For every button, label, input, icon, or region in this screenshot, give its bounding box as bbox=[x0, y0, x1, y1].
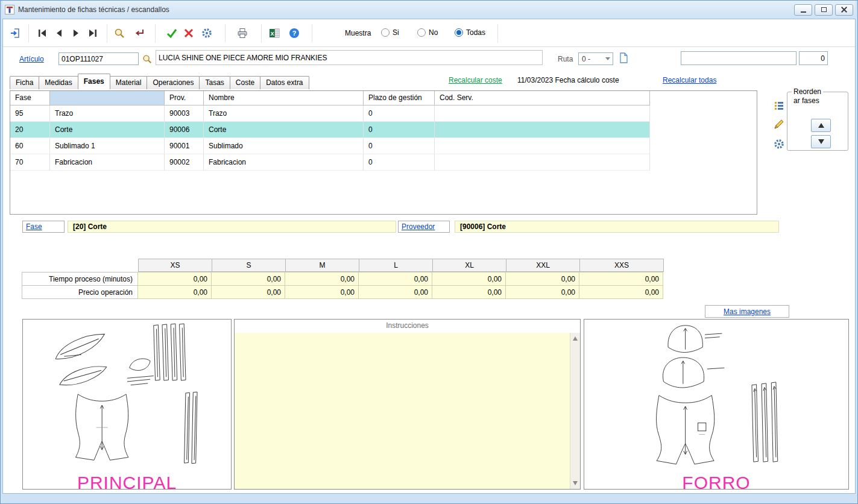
fase-tools-button[interactable] bbox=[772, 137, 786, 151]
cell-desc: Corte bbox=[50, 122, 165, 138]
ruta-select[interactable]: 0 - bbox=[578, 52, 613, 65]
app-icon bbox=[5, 5, 14, 14]
move-fase-up-button[interactable] bbox=[811, 119, 831, 132]
close-button[interactable] bbox=[835, 4, 853, 16]
column-header[interactable]: Fase bbox=[10, 91, 50, 106]
tab-coste[interactable]: Coste bbox=[230, 76, 260, 89]
fases-table-row[interactable]: 60 Sublimado 1 90001 Sublimado 0 bbox=[10, 138, 757, 154]
mas-imagenes-link[interactable]: Mas imagenes bbox=[724, 307, 771, 316]
column-header[interactable]: Prov. bbox=[165, 91, 204, 106]
size-value-cell[interactable]: 0,00 bbox=[432, 272, 506, 286]
proveedor-link[interactable]: Proveedor bbox=[402, 222, 435, 231]
fases-table-row[interactable]: 20 Corte 90006 Corte 0 bbox=[10, 122, 757, 138]
size-value-cell[interactable]: 0,00 bbox=[505, 285, 579, 299]
new-document-button[interactable] bbox=[617, 51, 630, 65]
maximize-button[interactable] bbox=[815, 4, 833, 16]
top-right-input[interactable] bbox=[681, 51, 796, 65]
size-header: M bbox=[285, 259, 359, 272]
tab-material[interactable]: Material bbox=[110, 76, 148, 89]
column-header[interactable]: Nombre bbox=[204, 91, 364, 106]
help-icon: ? bbox=[288, 27, 300, 39]
tab-ficha[interactable]: Ficha bbox=[10, 76, 39, 89]
move-fase-down-button[interactable] bbox=[811, 135, 831, 148]
cancel-button[interactable] bbox=[181, 25, 197, 41]
scroll-up-icon[interactable] bbox=[573, 336, 578, 341]
previous-record-icon bbox=[53, 27, 65, 39]
column-header[interactable]: Plazo de gestión bbox=[364, 91, 435, 106]
chevron-down-icon bbox=[605, 57, 610, 60]
instrucciones-textarea[interactable] bbox=[235, 333, 580, 489]
size-value-cell[interactable]: 0,00 bbox=[137, 285, 212, 299]
fases-table-row[interactable]: 70 Fabricacion 90002 Fabricacion 0 bbox=[10, 154, 757, 171]
fase-label-box[interactable]: Fase bbox=[22, 221, 65, 233]
size-value-cell[interactable]: 0,00 bbox=[505, 272, 579, 286]
tab-tasas[interactable]: Tasas bbox=[199, 76, 230, 89]
cell-prov: 90002 bbox=[165, 154, 204, 171]
counter-input[interactable] bbox=[799, 51, 828, 65]
gear-icon bbox=[773, 138, 785, 150]
next-record-button[interactable] bbox=[68, 25, 84, 41]
articulo-name-field[interactable] bbox=[156, 50, 543, 65]
fase-link[interactable]: Fase bbox=[26, 222, 42, 231]
scroll-down-icon[interactable] bbox=[573, 481, 578, 485]
excel-export-button[interactable]: X bbox=[267, 25, 282, 41]
cell-prov: 90001 bbox=[165, 138, 204, 154]
fases-table-header: Fase Prov. Nombre Plazo de gestión Cod. … bbox=[10, 91, 757, 106]
size-value-cell[interactable]: 0,00 bbox=[432, 285, 506, 299]
exit-button[interactable] bbox=[7, 25, 23, 41]
instrucciones-title: Instrucciones bbox=[235, 320, 580, 333]
recalcular-todas-link[interactable]: Recalcular todas bbox=[663, 76, 716, 84]
size-header: XXS bbox=[579, 259, 664, 272]
previous-record-button[interactable] bbox=[51, 25, 67, 41]
muestra-radio[interactable]: Si bbox=[381, 28, 399, 37]
first-record-button[interactable] bbox=[34, 25, 50, 41]
size-value-cell[interactable]: 0,00 bbox=[211, 272, 285, 286]
fase-value-field[interactable]: [20] Corte bbox=[68, 221, 396, 233]
tools-button[interactable] bbox=[199, 25, 215, 41]
tab-medidas[interactable]: Medidas bbox=[39, 76, 78, 89]
last-record-button[interactable] bbox=[85, 25, 101, 41]
size-value-cell[interactable]: 0,00 bbox=[579, 272, 663, 286]
size-header: L bbox=[359, 259, 433, 272]
search-button[interactable] bbox=[112, 25, 127, 41]
tab-datos-extra[interactable]: Datos extra bbox=[260, 76, 309, 89]
articulo-search-button[interactable] bbox=[140, 52, 154, 66]
return-button[interactable] bbox=[131, 25, 147, 41]
muestra-radio[interactable]: No bbox=[417, 28, 438, 37]
print-button[interactable] bbox=[235, 25, 250, 41]
pencil-icon bbox=[773, 118, 785, 130]
column-header[interactable]: Cod. Serv. bbox=[435, 91, 650, 106]
accept-button[interactable] bbox=[164, 25, 180, 41]
articulo-code-input[interactable] bbox=[58, 52, 139, 65]
size-value-cell[interactable]: 0,00 bbox=[579, 285, 663, 299]
ruta-label: Ruta bbox=[558, 55, 573, 63]
size-header: S bbox=[212, 259, 286, 272]
recalcular-coste-link[interactable]: Recalcular coste bbox=[449, 76, 502, 84]
muestra-radio[interactable]: Todas bbox=[455, 28, 485, 37]
size-header: XL bbox=[432, 259, 506, 272]
minimize-button[interactable] bbox=[794, 4, 812, 16]
radio-circle-icon bbox=[381, 28, 390, 37]
column-header[interactable] bbox=[50, 91, 165, 106]
fases-table-row[interactable]: 95 Trazo 90003 Trazo 0 bbox=[10, 106, 757, 122]
size-value-cell[interactable]: 0,00 bbox=[211, 285, 285, 299]
size-value-cell[interactable]: 0,00 bbox=[285, 272, 359, 286]
sizes-row-precio: Precio operación 0,00 0,00 0,00 0,00 0,0… bbox=[22, 285, 663, 299]
size-value-cell[interactable]: 0,00 bbox=[358, 272, 432, 286]
cell-plazo: 0 bbox=[364, 122, 435, 138]
tab-operaciones[interactable]: Operaciones bbox=[147, 76, 200, 89]
reorder-group-title: Reorden bbox=[792, 87, 823, 96]
edit-fase-button[interactable] bbox=[772, 118, 786, 131]
help-button[interactable]: ? bbox=[286, 25, 302, 41]
size-value-cell[interactable]: 0,00 bbox=[358, 285, 432, 299]
articulo-link[interactable]: Artículo bbox=[19, 55, 44, 63]
proveedor-label-box[interactable]: Proveedor bbox=[398, 221, 450, 233]
tab-fases[interactable]: Fases bbox=[78, 74, 110, 89]
size-value-cell[interactable]: 0,00 bbox=[285, 285, 359, 299]
arrow-down-icon bbox=[818, 139, 824, 144]
instructions-scrollbar[interactable] bbox=[570, 333, 580, 489]
proveedor-value-field[interactable]: [90006] Corte bbox=[455, 221, 779, 233]
list-view-button[interactable] bbox=[772, 99, 786, 112]
arrow-up-icon bbox=[818, 123, 824, 128]
size-value-cell[interactable]: 0,00 bbox=[137, 272, 212, 286]
